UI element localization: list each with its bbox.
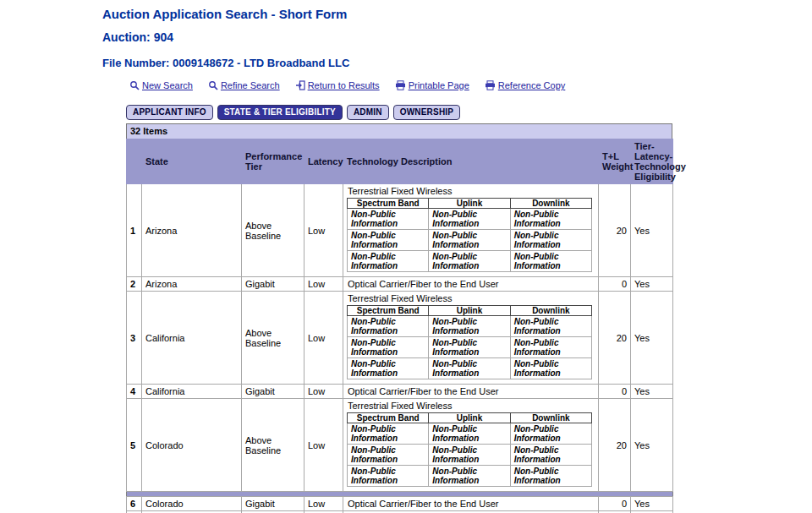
- performance-tier-cell: Above Baseline: [242, 399, 304, 492]
- tl-weight-cell: 20: [599, 292, 631, 385]
- spectrum-column-header-uplink: Uplink: [429, 199, 510, 209]
- tab-bar: APPLICANT INFOSTATE & TIER ELIGIBILITYAD…: [126, 105, 812, 120]
- results-table: StatePerformance TierLatencyTechnology D…: [126, 139, 673, 513]
- row-number: 5: [127, 399, 142, 492]
- link-new-search[interactable]: New Search: [129, 80, 193, 90]
- row-number: 2: [127, 277, 142, 292]
- tl-weight-cell: 20: [599, 399, 631, 492]
- state-cell: California: [142, 385, 242, 399]
- spectrum-row: Non-Public InformationNon-Public Informa…: [348, 316, 592, 337]
- column-header-latency: Latency: [304, 139, 343, 184]
- spectrum-value: Non-Public Information: [510, 337, 591, 358]
- spectrum-row: Non-Public InformationNon-Public Informa…: [348, 209, 592, 230]
- spectrum-column-header-downlink: Downlink: [510, 199, 591, 209]
- search-icon: [208, 80, 218, 90]
- state-cell: Colorado: [142, 399, 242, 492]
- spectrum-row: Non-Public InformationNon-Public Informa…: [348, 251, 592, 272]
- eligibility-cell: Yes: [631, 292, 673, 385]
- spectrum-header-row: Spectrum BandUplinkDownlink: [348, 199, 592, 209]
- spectrum-value: Non-Public Information: [510, 230, 591, 251]
- spectrum-value: Non-Public Information: [348, 337, 429, 358]
- link-refine-search[interactable]: Refine Search: [208, 80, 280, 90]
- spectrum-value: Non-Public Information: [429, 445, 510, 466]
- spectrum-value: Non-Public Information: [348, 423, 429, 445]
- header-row: StatePerformance TierLatencyTechnology D…: [127, 139, 673, 184]
- spectrum-value: Non-Public Information: [429, 230, 510, 251]
- technology-description: Optical Carrier/Fiber to the End User: [347, 278, 595, 290]
- spectrum-value: Non-Public Information: [348, 209, 429, 230]
- results-table-body: 1ArizonaAbove BaselineLowTerrestrial Fix…: [127, 184, 673, 513]
- latency-cell: Low: [304, 399, 343, 492]
- file-number-label: File Number: 0009148672 - LTD Broadband …: [102, 57, 812, 69]
- performance-tier-cell: Gigabit: [242, 385, 304, 399]
- spectrum-column-header-uplink: Uplink: [429, 413, 510, 423]
- tab-state-tier-eligibility[interactable]: STATE & TIER ELIGIBILITY: [217, 105, 343, 120]
- spectrum-header-row: Spectrum BandUplinkDownlink: [348, 306, 592, 316]
- state-cell: California: [142, 292, 242, 385]
- spectrum-value: Non-Public Information: [510, 445, 591, 466]
- link-reference-copy[interactable]: Reference Copy: [485, 80, 566, 90]
- spectrum-band-table: Spectrum BandUplinkDownlinkNon-Public In…: [347, 305, 592, 379]
- spectrum-column-header-spectrum-band: Spectrum Band: [348, 306, 429, 316]
- technology-description: Terrestrial Fixed Wireless: [347, 400, 595, 412]
- eligibility-cell: Yes: [631, 399, 673, 492]
- spectrum-value: Non-Public Information: [348, 358, 429, 379]
- spectrum-value: Non-Public Information: [429, 358, 510, 379]
- column-header-state: State: [142, 139, 242, 184]
- spectrum-value: Non-Public Information: [510, 316, 591, 337]
- latency-cell: Low: [304, 184, 343, 277]
- link-label: Reference Copy: [498, 80, 566, 90]
- tl-weight-cell: 0: [599, 385, 631, 399]
- table-row: 3CaliforniaAbove BaselineLowTerrestrial …: [127, 292, 673, 385]
- technology-cell: Terrestrial Fixed WirelessSpectrum BandU…: [343, 399, 599, 492]
- spectrum-value: Non-Public Information: [510, 209, 591, 230]
- spectrum-value: Non-Public Information: [429, 466, 510, 487]
- spectrum-row: Non-Public InformationNon-Public Informa…: [348, 445, 592, 466]
- state-cell: Arizona: [142, 277, 242, 292]
- spectrum-column-header-uplink: Uplink: [429, 306, 510, 316]
- row-number: 3: [127, 292, 142, 385]
- table-row: 1ArizonaAbove BaselineLowTerrestrial Fix…: [127, 184, 673, 277]
- page-title: Auction Application Search - Short Form: [102, 7, 812, 21]
- technology-cell: Optical Carrier/Fiber to the End User: [343, 277, 599, 292]
- latency-cell: Low: [304, 277, 343, 292]
- spectrum-value: Non-Public Information: [429, 251, 510, 272]
- technology-description: Optical Carrier/Fiber to the End User: [347, 385, 595, 397]
- items-count: 32 Items: [130, 126, 167, 136]
- table-row: 4CaliforniaGigabitLowOptical Carrier/Fib…: [127, 385, 673, 399]
- technology-description: Terrestrial Fixed Wireless: [347, 185, 595, 197]
- printer-icon: [395, 80, 406, 90]
- link-label: Return to Results: [308, 80, 380, 90]
- spectrum-value: Non-Public Information: [348, 466, 429, 487]
- spectrum-value: Non-Public Information: [510, 466, 591, 487]
- spectrum-row: Non-Public InformationNon-Public Informa…: [348, 423, 592, 445]
- tl-weight-cell: 0: [599, 497, 631, 511]
- spectrum-value: Non-Public Information: [429, 209, 510, 230]
- technology-description: Terrestrial Fixed Wireless: [347, 292, 595, 304]
- column-header-row-number: [127, 139, 142, 184]
- spectrum-value: Non-Public Information: [429, 423, 510, 445]
- eligibility-cell: Yes: [631, 385, 673, 399]
- tab-ownership[interactable]: OWNERSHIP: [393, 105, 460, 120]
- items-count-bar: 32 Items: [126, 123, 672, 139]
- tab-applicant-info[interactable]: APPLICANT INFO: [126, 105, 213, 120]
- spectrum-column-header-downlink: Downlink: [510, 413, 591, 423]
- technology-cell: Terrestrial Fixed WirelessSpectrum BandU…: [343, 292, 599, 385]
- performance-tier-cell: Gigabit: [242, 277, 304, 292]
- spectrum-value: Non-Public Information: [348, 251, 429, 272]
- row-number: 1: [127, 184, 142, 277]
- tab-admin[interactable]: ADMIN: [347, 105, 389, 120]
- toolbar: New SearchRefine SearchReturn to Results…: [129, 80, 812, 90]
- link-printable-page[interactable]: Printable Page: [395, 80, 469, 90]
- results-table-head: StatePerformance TierLatencyTechnology D…: [127, 139, 673, 184]
- page: Auction Application Search - Short Form …: [0, 0, 812, 513]
- search-icon: [129, 80, 140, 90]
- performance-tier-cell: Above Baseline: [242, 292, 304, 385]
- spectrum-column-header-downlink: Downlink: [510, 306, 591, 316]
- spectrum-row: Non-Public InformationNon-Public Informa…: [348, 230, 592, 251]
- eligibility-cell: Yes: [631, 277, 673, 292]
- eligibility-cell: Yes: [631, 497, 673, 511]
- performance-tier-cell: Gigabit: [242, 497, 304, 511]
- spectrum-band-table: Spectrum BandUplinkDownlinkNon-Public In…: [347, 198, 592, 272]
- link-return-to-results[interactable]: Return to Results: [295, 80, 380, 90]
